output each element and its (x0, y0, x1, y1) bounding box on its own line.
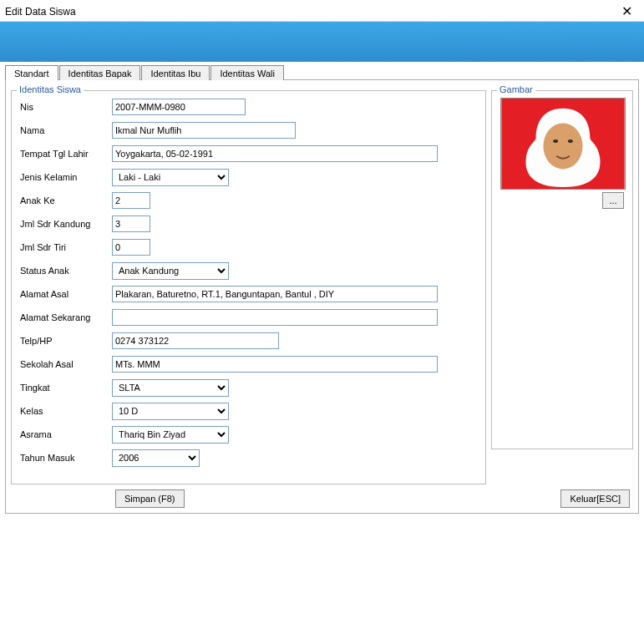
fieldset-identitas-siswa: Identitas Siswa Nis Nama Tempat Tgl Lahi… (11, 90, 486, 484)
student-photo (500, 98, 626, 190)
label-alamat-skr: Alamat Sekarang (20, 312, 112, 322)
titlebar: Edit Data Siswa ✕ (0, 0, 644, 22)
label-anakke: Anak Ke (20, 195, 112, 205)
toolbar-band (0, 22, 644, 62)
svg-point-1 (543, 123, 582, 169)
alamat-asal-field[interactable] (112, 286, 438, 302)
tab-strip: Standart Identitas Bapak Identitas Ibu I… (5, 65, 639, 80)
close-icon[interactable]: ✕ (616, 3, 637, 19)
browse-photo-button[interactable]: ... (602, 192, 624, 209)
sdr-kandung-field[interactable] (112, 216, 150, 232)
label-asrama: Asrama (20, 429, 112, 439)
legend-identitas: Identitas Siswa (17, 84, 84, 94)
tab-panel-standart: Identitas Siswa Nis Nama Tempat Tgl Lahi… (5, 79, 639, 514)
fieldset-gambar: Gambar ... (491, 90, 633, 449)
label-ttl: Tempat Tgl Lahir (20, 149, 112, 159)
nama-field[interactable] (112, 122, 296, 139)
alamat-sekarang-field[interactable] (112, 309, 438, 326)
status-anak-select[interactable]: Anak Kandung (112, 262, 229, 280)
label-sekolah: Sekolah Asal (20, 359, 112, 369)
label-jk: Jenis Kelamin (20, 172, 112, 182)
footer-buttons: Simpan (F8) Keluar[ESC] (11, 484, 633, 508)
sdr-tiri-field[interactable] (112, 239, 150, 256)
label-sdrt: Jml Sdr Tiri (20, 242, 112, 252)
jenis-kelamin-select[interactable]: Laki - Laki (112, 169, 229, 186)
label-kelas: Kelas (20, 406, 112, 416)
svg-point-2 (553, 139, 558, 143)
tab-identitas-ibu[interactable]: Identitas Ibu (141, 65, 210, 80)
tingkat-select[interactable]: SLTA (112, 379, 229, 397)
label-thn: Tahun Masuk (20, 453, 112, 463)
asrama-select[interactable]: Thariq Bin Ziyad (112, 426, 229, 444)
label-sdrk: Jml Sdr Kandung (20, 219, 112, 229)
keluar-button[interactable]: Keluar[ESC] (560, 489, 630, 508)
photo-icon (501, 99, 625, 189)
tahun-masuk-select[interactable]: 2006 (112, 449, 200, 467)
window-title: Edit Data Siswa (5, 6, 76, 18)
svg-point-3 (568, 139, 573, 143)
anak-ke-field[interactable] (112, 192, 150, 209)
label-status: Status Anak (20, 266, 112, 276)
ttl-field[interactable] (112, 145, 438, 162)
simpan-button[interactable]: Simpan (F8) (115, 489, 185, 508)
tab-identitas-wali[interactable]: Identitas Wali (210, 65, 284, 80)
tab-identitas-bapak[interactable]: Identitas Bapak (59, 65, 141, 80)
label-nis: Nis (20, 102, 112, 112)
telp-field[interactable] (112, 332, 279, 349)
kelas-select[interactable]: 10 D (112, 403, 229, 420)
legend-gambar: Gambar (497, 84, 535, 94)
content-area: Standart Identitas Bapak Identitas Ibu I… (0, 62, 644, 530)
tab-standart[interactable]: Standart (5, 65, 58, 80)
nis-field[interactable] (112, 99, 246, 115)
label-tingkat: Tingkat (20, 383, 112, 393)
label-alamat-asal: Alamat Asal (20, 289, 112, 299)
sekolah-asal-field[interactable] (112, 356, 438, 373)
edit-student-window: Edit Data Siswa ✕ Standart Identitas Bap… (0, 0, 644, 530)
label-nama: Nama (20, 125, 112, 135)
label-telp: Telp/HP (20, 336, 112, 346)
